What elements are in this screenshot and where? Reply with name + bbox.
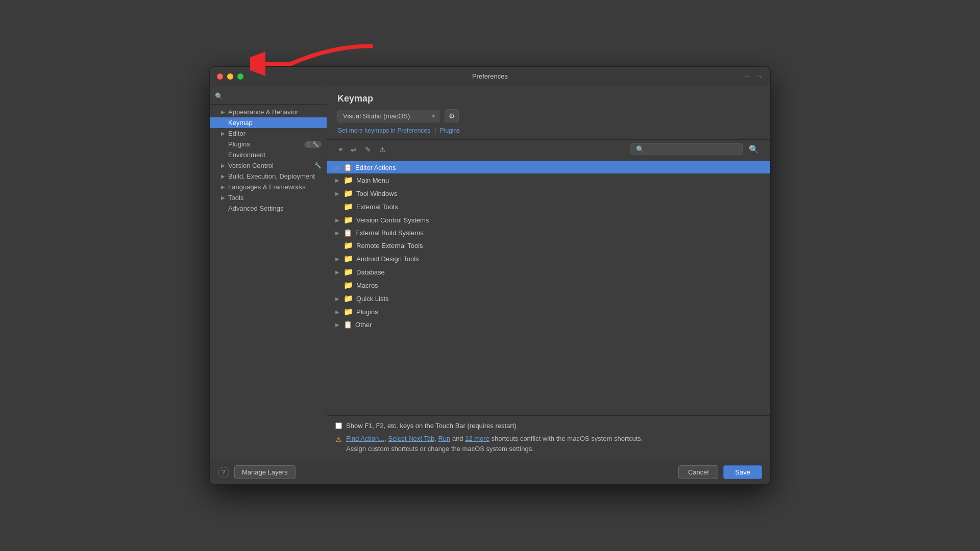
sidebar-item-label: Environment [228,151,265,159]
find-action-link[interactable]: Find Action... [346,435,384,442]
chevron-icon: ▶ [334,191,340,196]
tree-item-macros[interactable]: 📁 Macros [327,279,770,292]
chevron-icon: ▶ [334,217,340,223]
save-button[interactable]: Save [723,465,762,479]
touch-bar-label: Show F1, F2, etc. keys on the Touch Bar … [346,422,517,430]
warning-icon: ⚠ [335,434,342,445]
sidebar-item-build-execution[interactable]: ▶ Build, Execution, Deployment [210,171,327,182]
folder-icon: 📁 [344,241,353,250]
tree-item-label: Quick Lists [356,295,389,303]
find-by-shortcut-button[interactable]: 🔍 [746,143,762,156]
preferences-window: Preferences ← → 🔍 ▶ Appearance & Behavio… [209,66,771,485]
chevron-icon: ▶ [334,256,340,262]
tree-item-database[interactable]: ▶ 📁 Database [327,265,770,279]
close-button[interactable] [217,73,223,80]
folder-icon: 📁 [344,254,353,263]
tree-item-external-tools[interactable]: 📁 External Tools [327,200,770,213]
search-area: 🔍 [630,143,762,156]
sidebar-item-languages[interactable]: ▶ Languages & Frameworks [210,182,327,192]
tree-item-android-design-tools[interactable]: ▶ 📁 Android Design Tools [327,252,770,265]
badge-icon: 🔧 [312,141,318,147]
panel-header: Keymap Visual Studio (macOS) ⚙ [327,86,770,140]
keymap-dropdown[interactable]: Visual Studio (macOS) [337,110,439,122]
sidebar-item-environment[interactable]: Environment [210,149,327,160]
folder-icon: 📁 [344,307,353,316]
manage-layers-button[interactable]: Manage Layers [234,465,296,479]
sidebar-item-keymap[interactable]: Keymap [210,117,327,128]
touch-bar-checkbox[interactable] [335,422,342,429]
keymap-row: Visual Studio (macOS) ⚙ [337,109,760,122]
tree-item-label: Database [356,268,385,276]
chevron-icon: ▶ [221,195,225,201]
keymap-links: Get more keymaps in Preferences | Plugin… [337,127,760,134]
tree-item-plugins[interactable]: ▶ 📁 Plugins [327,305,770,318]
tree-item-label: Editor Actions [355,164,396,171]
cancel-button[interactable]: Cancel [678,465,718,479]
sidebar-item-label: Advanced Settings [228,205,283,212]
sidebar-item-label: Build, Execution, Deployment [228,172,315,180]
chevron-icon: ▶ [334,309,340,315]
sidebar-item-label: Appearance & Behavior [228,108,298,116]
filter-modified-button[interactable]: ✎ [362,144,374,155]
sidebar-item-label: Tools [228,194,243,202]
gear-button[interactable]: ⚙ [445,109,459,122]
tree-item-tool-windows[interactable]: ▶ 📁 Tool Windows [327,187,770,200]
folder-icon: 📁 [344,176,353,185]
sidebar-item-plugins[interactable]: Plugins 1 🔧 [210,139,327,149]
tree-item-label: Remote External Tools [356,242,423,249]
search-icon: 🔍 [215,92,223,100]
chevron-icon: ▶ [221,131,225,136]
plugins-link[interactable]: Plugins [440,127,460,134]
tree-item-label: Version Control Systems [356,216,429,224]
chevron-icon: ▶ [334,165,340,170]
select-next-tab-link[interactable]: Select Next Tab [388,435,434,442]
sidebar-item-appearance[interactable]: ▶ Appearance & Behavior [210,107,327,117]
tree-item-external-build-systems[interactable]: ▶ 📋 External Build Systems [327,227,770,239]
folder-icon: 📁 [344,267,353,277]
version-control-icon: 🔧 [314,162,322,169]
chevron-icon: ▶ [334,296,340,302]
minimize-button[interactable] [227,73,233,80]
tree-item-label: Macros [356,282,378,289]
tree-item-remote-external-tools[interactable]: 📁 Remote External Tools [327,239,770,252]
sidebar-search[interactable]: 🔍 [210,90,327,105]
footer-left: ? Manage Layers [218,465,296,479]
sidebar-item-version-control[interactable]: ▶ Version Control 🔧 [210,160,327,171]
run-link[interactable]: Run [438,435,450,442]
sidebar-item-advanced-settings[interactable]: Advanced Settings [210,203,327,214]
chevron-icon: ▶ [221,173,225,179]
more-link[interactable]: 12 more [465,435,489,442]
get-more-keymaps-link[interactable]: Get more keymaps in Preferences [337,127,430,134]
tree-item-main-menu[interactable]: ▶ 📁 Main Menu [327,173,770,187]
link-separator: | [434,127,436,134]
badge-count: 1 [307,141,310,147]
tree-item-other[interactable]: ▶ 📋 Other [327,318,770,331]
forward-button[interactable]: → [755,72,763,81]
folder-icon: 📋 [344,163,352,171]
touch-bar-checkbox-row: Show F1, F2, etc. keys on the Touch Bar … [335,422,762,430]
folder-icon: 📁 [344,189,353,198]
filter-all-button[interactable]: ≡ [335,144,346,155]
back-button[interactable]: ← [744,72,751,81]
chevron-icon: ▶ [334,230,340,236]
sidebar-item-label: Version Control [228,162,274,169]
tree-item-label: Android Design Tools [356,255,419,263]
chevron-icon: ▶ [334,269,340,275]
footer-right: Cancel Save [678,465,762,479]
maximize-button[interactable] [237,73,243,80]
tree-item-label: External Tools [356,203,398,211]
filter-warning-button[interactable]: ⚠ [376,144,389,155]
window-title: Preferences [472,72,508,80]
sidebar-item-tools[interactable]: ▶ Tools [210,192,327,203]
main-panel: Keymap Visual Studio (macOS) ⚙ [327,86,770,460]
sidebar-item-editor[interactable]: ▶ Editor [210,128,327,139]
chevron-icon: ▶ [221,109,225,115]
search-input[interactable] [630,143,743,155]
bottom-section: Show F1, F2, etc. keys on the Touch Bar … [327,415,770,460]
help-button[interactable]: ? [218,467,229,478]
tree-item-quick-lists[interactable]: ▶ 📁 Quick Lists [327,292,770,305]
tree-item-label: External Build Systems [355,229,424,237]
filter-assigned-button[interactable]: ⇌ [348,144,360,155]
tree-item-version-control-systems[interactable]: ▶ 📁 Version Control Systems [327,213,770,227]
tree-item-editor-actions[interactable]: ▶ 📋 Editor Actions [327,161,770,173]
